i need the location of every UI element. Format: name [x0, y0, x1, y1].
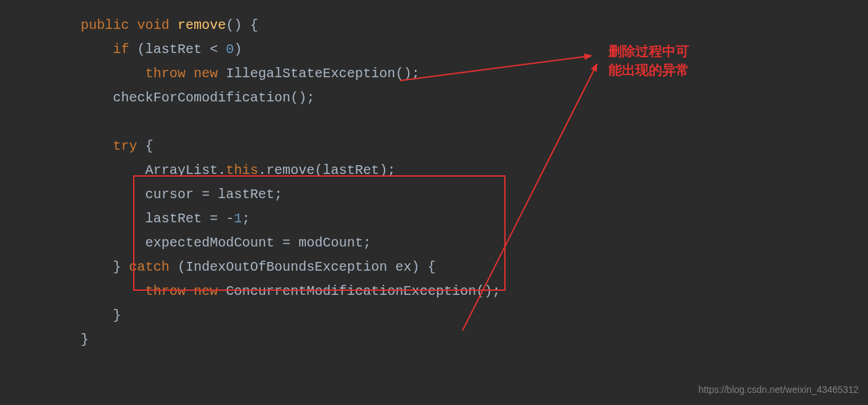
code-line: throw new IllegalStateException(); — [81, 62, 500, 86]
keyword-if: if — [113, 42, 129, 57]
brace: } — [113, 259, 129, 275]
punctuation: ( — [129, 42, 145, 57]
annotation-text: 删除过程中可 能出现的异常 — [608, 42, 689, 79]
punctuation: () { — [226, 17, 258, 33]
code-line: public void remove() { — [81, 13, 500, 38]
brace: } — [81, 332, 89, 347]
blank-line — [81, 110, 500, 134]
code-line: try { — [81, 134, 500, 159]
class-name: IllegalStateException — [226, 66, 395, 81]
identifier: lastRet — [145, 42, 202, 57]
operator: < — [202, 42, 226, 57]
brace: } — [113, 308, 121, 323]
annotation-line1: 删除过程中可 — [608, 42, 689, 60]
method-call: checkForComodification — [113, 90, 290, 105]
punctuation: (); — [395, 66, 420, 81]
keyword-new: new — [194, 66, 218, 81]
code-line: } — [81, 328, 500, 352]
punctuation: ) — [234, 42, 242, 57]
code-line: checkForComodification(); — [81, 86, 500, 110]
annotation-line2: 能出现的异常 — [608, 60, 689, 79]
method-name: remove — [177, 17, 226, 33]
highlight-box — [133, 175, 506, 291]
keyword-throw: throw — [145, 66, 186, 81]
punctuation: { — [137, 138, 153, 154]
number-literal: 0 — [226, 42, 234, 57]
watermark: https://blog.csdn.net/weixin_43465312 — [699, 381, 859, 398]
keyword-void: void — [137, 17, 169, 33]
code-line: } — [81, 304, 500, 328]
keyword-public: public — [81, 17, 129, 33]
punctuation: (); — [290, 90, 315, 105]
keyword-try: try — [113, 138, 137, 154]
code-line: if (lastRet < 0) — [81, 38, 500, 62]
